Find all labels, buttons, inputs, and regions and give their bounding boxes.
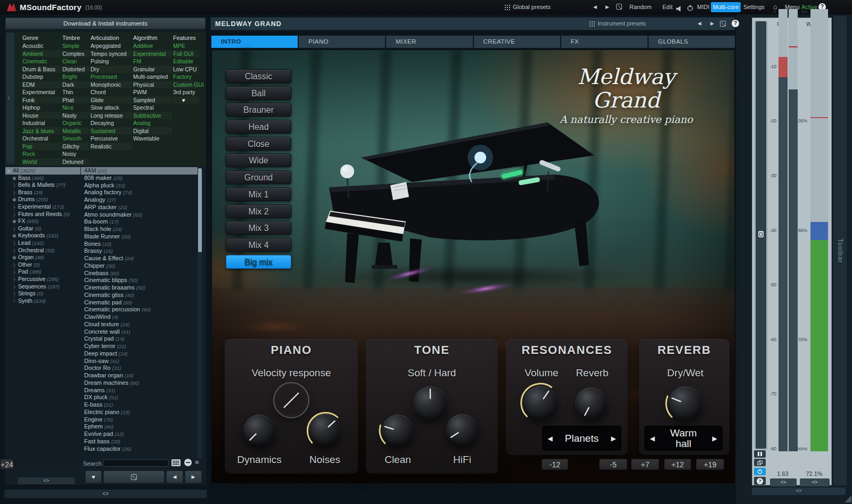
filter-item[interactable]: Wavetable [133, 135, 172, 143]
instrument-list-item[interactable]: Cinebass (60) [81, 270, 198, 277]
meter-pause-button[interactable] [754, 450, 766, 458]
resonances-type-selector[interactable]: ◀ Planets ▶ [542, 426, 621, 451]
instrument-list-item[interactable]: 4AM (20) [81, 167, 198, 175]
tree-expand-icon[interactable] [12, 284, 18, 291]
instrument-list-item[interactable]: Fast bass (20) [81, 438, 198, 445]
instrument-list-item[interactable]: Dream machines (86) [81, 379, 198, 387]
power-icon[interactable] [687, 4, 693, 13]
tree-expand-icon[interactable] [12, 182, 18, 189]
mic-preset-button-Brauner[interactable]: Brauner [226, 103, 291, 117]
tree-expand-icon[interactable] [7, 168, 13, 175]
filter-item[interactable]: EDM [22, 81, 61, 89]
instrument-list-item[interactable]: Flux capacitor (35) [81, 445, 198, 453]
random-preset-icon[interactable] [616, 4, 622, 10]
tree-item[interactable]: Keyboards (192) [5, 232, 80, 239]
mic-preset-button-Mix 1[interactable]: Mix 1 [226, 187, 291, 201]
instrument-presets-button[interactable]: Instrument presets [597, 20, 646, 27]
mic-preset-button-Mix 2[interactable]: Mix 2 [226, 204, 291, 218]
transpose-button--5[interactable]: -5 [599, 459, 627, 470]
filter-item[interactable]: Slow attack [91, 104, 132, 112]
instrument-list-item[interactable]: Cyber terror (21) [81, 343, 198, 350]
clean-knob[interactable] [378, 411, 417, 450]
selector-prev-icon[interactable]: ◀ [644, 435, 660, 442]
instrument-list-item[interactable]: DX pluck (51) [81, 394, 198, 401]
tab-MIXER[interactable]: MIXER [386, 36, 472, 48]
window-resize-grip[interactable] [845, 495, 851, 502]
mic-preset-button-Big mix[interactable]: Big mix [226, 255, 291, 269]
multicore-button[interactable]: Multi-core [711, 2, 741, 12]
mic-preset-button-Mix 3[interactable]: Mix 3 [226, 221, 291, 235]
instrument-help-icon[interactable]: ? [732, 20, 739, 27]
meter-resize-handle[interactable]: <> [770, 478, 797, 486]
filter-item[interactable]: Smooth [62, 135, 89, 143]
resonances-reverb-knob[interactable] [571, 384, 611, 423]
filter-item[interactable]: Chord [91, 88, 132, 96]
filter-item[interactable]: Full GUI [173, 50, 199, 58]
filter-item[interactable]: Glide [91, 96, 132, 104]
instrument-list-item[interactable]: Ephem (46) [81, 423, 198, 431]
tree-item[interactable]: All (3625) [5, 167, 80, 175]
instrument-list-item[interactable]: Alpha pluck (33) [81, 182, 198, 189]
noises-knob[interactable] [305, 410, 345, 450]
mic-preset-button-Ground[interactable]: Ground [226, 170, 291, 184]
filter-item[interactable]: Complex [62, 50, 89, 58]
instrument-list-item[interactable]: 808 maker (25) [81, 175, 198, 182]
dry-wet-knob[interactable] [665, 383, 706, 424]
global-presets-button[interactable]: Global presets [513, 4, 551, 10]
filter-item[interactable]: 3rd party [173, 88, 199, 96]
filter-item[interactable]: PWM [133, 88, 172, 96]
instrument-next-preset[interactable]: ▶ [710, 21, 714, 26]
right-panel-resize-handle[interactable]: <> [752, 488, 846, 495]
filter-item[interactable]: Subtractive [133, 112, 172, 120]
filter-item[interactable]: Orchestral [22, 135, 61, 143]
filter-item[interactable]: FM [133, 57, 172, 65]
filter-item[interactable]: Bright [62, 73, 89, 81]
tree-item[interactable]: Bells & Mallets (77) [5, 181, 80, 189]
filter-item[interactable]: MPE [173, 42, 199, 50]
filter-item[interactable]: Simple [62, 42, 89, 50]
tree-item[interactable]: Lead (142) [5, 239, 80, 247]
dynamics-knob[interactable] [240, 411, 279, 450]
tree-item[interactable]: Orchestral (50) [5, 247, 80, 254]
transpose-button-+24[interactable]: +24 [0, 459, 14, 470]
filter-item[interactable]: Ambient [22, 50, 61, 58]
filter-item[interactable]: Digital [133, 127, 172, 135]
prev-preset-button[interactable]: ◀ [593, 4, 597, 10]
instrument-list-item[interactable]: Dreams (31) [81, 387, 198, 394]
filter-item[interactable]: Multi-sampled [133, 73, 172, 81]
tab-CREATIVE[interactable]: CREATIVE [474, 36, 560, 48]
favorite-button[interactable]: ♥ [85, 470, 102, 483]
tree-expand-icon[interactable] [12, 175, 18, 183]
instrument-list-item[interactable]: Deep impact (24) [81, 350, 198, 358]
transpose-button-+7[interactable]: +7 [631, 459, 659, 470]
filter-item[interactable]: Granular [133, 65, 172, 73]
selector-prev-icon[interactable]: ◀ [542, 435, 558, 442]
tree-item[interactable]: Bass (495) [5, 175, 80, 182]
filter-item[interactable]: Pop [22, 143, 61, 151]
transpose-button-+19[interactable]: +19 [696, 459, 724, 470]
instrument-list-item[interactable]: Cinematic percussion (60) [81, 306, 198, 313]
transpose-button-+12[interactable]: +12 [664, 459, 691, 470]
instrument-list-item[interactable]: Cinematic blipps (50) [81, 277, 198, 284]
instrument-list-item[interactable]: Evolve pad (12) [81, 431, 198, 438]
filter-item[interactable]: Funk [22, 96, 61, 104]
mic-preset-button-Close[interactable]: Close [226, 137, 291, 151]
filter-item[interactable]: Nasty [62, 112, 89, 120]
filter-item[interactable]: House [22, 112, 61, 120]
filter-item[interactable]: Decaying [91, 119, 132, 127]
tree-resize-handle[interactable]: <> [18, 477, 75, 484]
instrument-list-item[interactable]: E-bass (21) [81, 401, 198, 409]
filter-item[interactable]: Hiphop [22, 104, 61, 112]
tree-expand-icon[interactable] [12, 189, 18, 197]
toolbar-tab[interactable]: Toolbar [833, 16, 847, 485]
tab-INTRO[interactable]: INTRO [211, 36, 298, 48]
tree-item[interactable]: Percussive (295) [5, 276, 80, 283]
tree-item[interactable]: Other (0) [5, 261, 80, 269]
tree-expand-icon[interactable] [12, 196, 18, 204]
filter-item[interactable]: Phat [62, 96, 89, 104]
instrument-list-item[interactable]: Bones (10) [81, 241, 198, 248]
hifi-knob[interactable] [443, 410, 482, 450]
instrument-list-item[interactable]: Analog factory (74) [81, 189, 198, 196]
tree-item[interactable]: Brass (29) [5, 189, 80, 196]
speaker-icon[interactable] [676, 4, 683, 14]
